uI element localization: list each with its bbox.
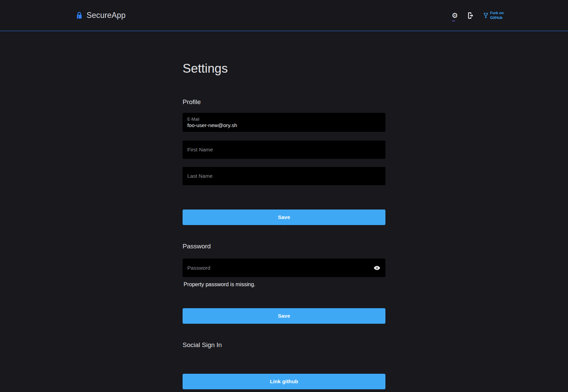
email-input[interactable] [187, 122, 381, 128]
settings-page: Settings Profile E-Mail Save . Password … [183, 31, 385, 389]
page-title: Settings [183, 62, 385, 76]
eye-icon [373, 264, 381, 272]
link-github-button[interactable]: Link github [183, 374, 385, 389]
password-save-button[interactable]: Save [183, 308, 385, 324]
profile-section-heading: Profile [183, 98, 385, 106]
brand-home-link[interactable]: SecureApp [76, 11, 126, 20]
settings-button[interactable]: ⚙︎ [452, 12, 458, 19]
social-sign-in-heading: Social Sign In [183, 341, 385, 349]
last-name-field[interactable] [183, 167, 385, 185]
toggle-password-visibility-button[interactable] [373, 264, 381, 272]
gear-underline-marker [452, 21, 455, 21]
password-input[interactable] [187, 265, 370, 271]
password-section-heading: Password [183, 243, 385, 250]
fork-on-github-link[interactable]: Fork on GitHub [483, 11, 504, 20]
git-fork-icon [483, 13, 489, 19]
logout-button[interactable] [467, 12, 474, 19]
email-field-label: E-Mail [187, 117, 381, 122]
password-field[interactable] [183, 259, 385, 277]
password-error-message: Property password is missing. [183, 281, 385, 288]
first-name-input[interactable] [187, 147, 381, 153]
brand-name: SecureApp [87, 11, 126, 20]
navbar-actions: ⚙︎ Fork on [452, 11, 504, 20]
profile-save-caption-dot: . [183, 226, 385, 230]
top-navbar: SecureApp ⚙︎ [0, 0, 568, 31]
lock-icon [76, 11, 82, 20]
email-field[interactable]: E-Mail [183, 113, 385, 132]
profile-save-button[interactable]: Save [183, 210, 385, 225]
first-name-field[interactable] [183, 141, 385, 159]
last-name-input[interactable] [187, 173, 381, 179]
password-save-caption-dot: . [183, 325, 385, 329]
fork-link-text: Fork on GitHub [490, 11, 504, 20]
logout-icon [467, 12, 474, 19]
gear-icon: ⚙︎ [452, 12, 458, 19]
